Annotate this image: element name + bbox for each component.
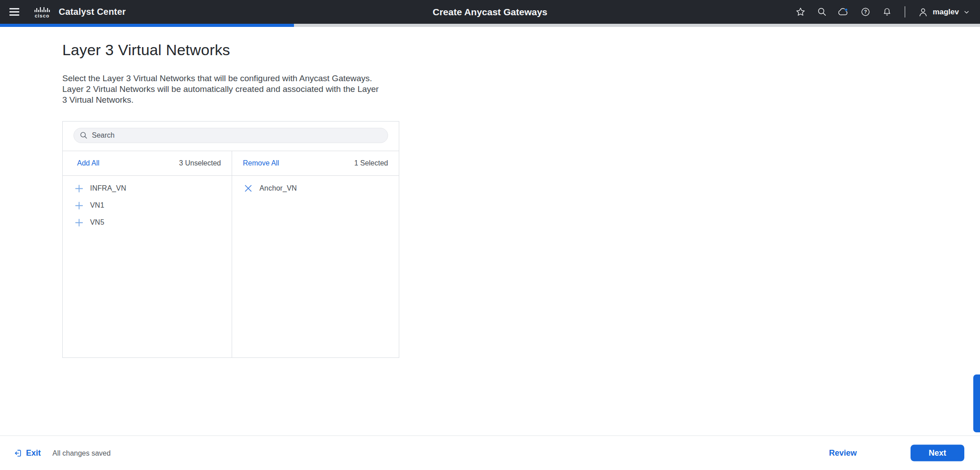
section-heading: Layer 3 Virtual Networks	[62, 41, 230, 59]
username: maglev	[933, 8, 959, 17]
svg-text:?: ?	[864, 9, 867, 14]
exit-button[interactable]: Exit	[13, 448, 41, 458]
add-all-link[interactable]: Add All	[77, 159, 99, 167]
section-description: Select the Layer 3 Virtual Networks that…	[62, 73, 379, 105]
app-title: Catalyst Center	[59, 7, 126, 17]
svg-text:cisco: cisco	[35, 13, 49, 18]
unselected-count: 3 Unselected	[179, 159, 221, 167]
selected-list: Anchor_VN	[232, 176, 399, 357]
vn-name: INFRA_VN	[90, 184, 126, 192]
selected-header: Remove All 1 Selected	[232, 151, 399, 175]
search-icon	[80, 131, 88, 139]
add-plus-icon[interactable]	[75, 184, 83, 192]
chevron-down-icon	[963, 9, 970, 16]
exit-label: Exit	[26, 448, 41, 458]
list-item[interactable]: VN1	[63, 197, 232, 214]
header-divider	[905, 6, 905, 17]
review-link[interactable]: Review	[829, 448, 857, 458]
notifications-bell-icon[interactable]	[882, 7, 892, 17]
remove-x-icon[interactable]	[244, 184, 252, 192]
footer-right: Review Next	[829, 445, 964, 461]
app-header: cisco Catalyst Center Create Anycast Gat…	[0, 0, 980, 24]
vn-name: Anchor_VN	[259, 184, 297, 192]
list-item[interactable]: INFRA_VN	[63, 180, 232, 197]
user-menu[interactable]: maglev	[918, 7, 970, 17]
wizard-footer: Exit All changes saved Review Next	[0, 435, 980, 470]
add-plus-icon[interactable]	[75, 201, 83, 209]
search-icon[interactable]	[817, 7, 827, 17]
search-box	[73, 128, 388, 143]
transfer-header: Add All 3 Unselected Remove All 1 Select…	[63, 151, 399, 176]
virtual-networks-transfer-panel: Add All 3 Unselected Remove All 1 Select…	[62, 121, 399, 358]
transfer-body: INFRA_VN VN1 VN5	[63, 176, 399, 357]
cisco-logo: cisco	[33, 5, 51, 19]
selected-count: 1 Selected	[354, 159, 388, 167]
list-item[interactable]: Anchor_VN	[232, 180, 399, 197]
wizard-progress-fill	[0, 24, 294, 27]
help-icon[interactable]: ?	[860, 7, 871, 17]
next-button[interactable]: Next	[911, 445, 964, 461]
remove-all-link[interactable]: Remove All	[243, 159, 279, 167]
page: cisco Catalyst Center Create Anycast Gat…	[0, 0, 980, 470]
autosave-status: All changes saved	[52, 449, 111, 457]
available-header: Add All 3 Unselected	[63, 151, 232, 175]
header-actions: ? maglev	[795, 6, 980, 17]
user-icon	[918, 7, 928, 17]
description-line: 3 Virtual Networks.	[62, 95, 379, 105]
wizard-progress-bar	[0, 24, 980, 27]
search-row	[63, 122, 399, 143]
list-item[interactable]: VN5	[63, 214, 232, 231]
add-plus-icon[interactable]	[75, 218, 83, 226]
description-line: Select the Layer 3 Virtual Networks that…	[62, 73, 379, 84]
cloud-status-icon[interactable]	[838, 7, 849, 17]
available-list: INFRA_VN VN1 VN5	[63, 176, 232, 357]
search-input[interactable]	[92, 131, 382, 139]
scrollbar-thumb[interactable]	[973, 374, 980, 432]
exit-door-icon	[13, 448, 22, 457]
vn-name: VN1	[90, 201, 104, 209]
vn-name: VN5	[90, 218, 104, 226]
description-line: Layer 2 Virtual Networks will be automat…	[62, 84, 379, 95]
favorites-star-icon[interactable]	[795, 7, 806, 17]
menu-icon[interactable]	[9, 8, 19, 16]
page-title: Create Anycast Gateways	[432, 7, 547, 17]
footer-left: Exit All changes saved	[13, 448, 111, 458]
